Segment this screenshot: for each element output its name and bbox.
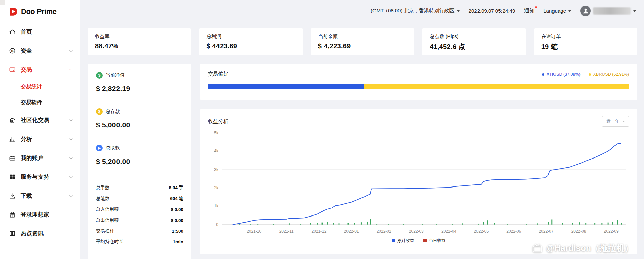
metric-label: 总取款 (106, 145, 120, 151)
chevron-down-icon (69, 156, 73, 159)
sidebar-item-label: 首页 (21, 28, 72, 36)
svg-text:3k: 3k (214, 167, 218, 172)
sidebar-item-label: 我的账户 (21, 154, 64, 162)
row-label: 总出信用额 (96, 217, 119, 223)
metric-total-withdrawals: ▶ 总取款 $ 5,200.00 (96, 145, 183, 166)
row-value: 1min (173, 239, 183, 244)
stat-label: 总利润 (206, 33, 295, 40)
svg-text:5k: 5k (214, 131, 218, 135)
chevron-down-icon (69, 194, 73, 197)
sidebar-item-funds[interactable]: $ 资金 (0, 41, 80, 60)
caret-down-icon (568, 10, 571, 12)
stat-value: 88.47% (95, 42, 184, 50)
sidebar-item-label: 资金 (21, 47, 64, 55)
sidebar-item-trade-statistics[interactable]: 交易统计 (0, 79, 80, 95)
account-icon (9, 155, 16, 161)
svg-text:2022-05: 2022-05 (474, 229, 489, 234)
metric-net-value: $ 当前净值 $ 2,822.19 (96, 72, 183, 93)
row-label: 平均持仓时长 (96, 239, 123, 245)
legend-item-xtiusd: XTIUSD (37.08%) (542, 72, 581, 77)
chevron-down-icon (69, 137, 73, 140)
metric-total-deposits: $ 总存款 $ 5,000.00 (96, 108, 183, 129)
content-row: $ 当前净值 $ 2,822.19 $ 总存款 $ 5,000.00 ▶ 总取款 (88, 64, 637, 259)
datetime-label: 2022.09.07 05:24:49 (469, 8, 515, 14)
svg-text:2022-01: 2022-01 (344, 229, 359, 234)
analytics-icon (9, 136, 16, 142)
legend-swatch (392, 239, 395, 242)
profit-line-chart: 01k2k3k4k5k2021-102021-112021-122022-012… (208, 130, 629, 237)
datetime: 2022.09.07 05:24:49 (469, 8, 515, 14)
legend-label: XTIUSD (37.08%) (547, 72, 581, 77)
stat-value: 19 笔 (541, 42, 630, 51)
svg-text:2021-11: 2021-11 (279, 229, 294, 234)
chevron-down-icon (69, 49, 73, 52)
stat-label: 在途订单 (541, 33, 630, 40)
preference-legend: XTIUSD (37.08%) XBRUSD (62.91%) (542, 72, 629, 77)
row-value: $ 0.00 (171, 207, 183, 212)
watermark-text: @Hardison（拖拉机） (546, 242, 633, 254)
legend-dot (542, 73, 544, 76)
sidebar-nav: 首页 $ 资金 交易 交易统计 交易软件 (0, 22, 80, 259)
row-label: 总入信用额 (96, 206, 119, 212)
sidebar-item-services-support[interactable]: 服务与支持 (0, 167, 80, 186)
row-label: 总笔数 (96, 196, 110, 202)
news-icon (9, 230, 16, 237)
download-icon (9, 193, 16, 199)
trade-icon (9, 66, 16, 73)
profit-analysis-panel: 收益分析 近一年 01k2k3k4k5k2021-102021-112021-1… (200, 109, 637, 254)
sidebar-item-community-trading[interactable]: 社区化交易 (0, 111, 80, 130)
legend-dot (589, 73, 591, 76)
row-value: $ 0.00 (171, 218, 183, 223)
caret-down-icon (633, 10, 636, 12)
funds-icon: $ (9, 48, 16, 54)
chevron-down-icon (69, 118, 73, 121)
stats-row: 收益率 88.47% 总利润 $ 4423.69 当前余额 $ 4,223.69… (88, 28, 637, 55)
sidebar-item-home[interactable]: 首页 (0, 22, 80, 41)
bar-segment-xbrusd (364, 84, 629, 89)
sidebar-item-label: 服务与支持 (21, 173, 64, 181)
panel-title: 收益分析 (208, 118, 228, 125)
user-menu[interactable] (580, 6, 636, 16)
timezone-selector[interactable]: (GMT +08:00) 北京，香港特别行政区 (371, 8, 460, 14)
sidebar-item-label: 下载 (21, 192, 64, 200)
deposit-coin-icon: $ (96, 108, 103, 115)
language-selector[interactable]: Language (543, 8, 571, 14)
svg-text:$: $ (11, 49, 14, 53)
notification-badge-dot (535, 6, 537, 8)
services-grid-icon (9, 174, 16, 180)
row-value: 1:500 (172, 229, 183, 234)
row-value: 604 笔 (170, 196, 183, 202)
sidebar-item-trade[interactable]: 交易 (0, 60, 80, 79)
metric-value: $ 2,822.19 (96, 85, 183, 93)
account-detail-table: 总手数 6.04 手 总笔数 604 笔 总入信用额 $ 0.00 总出信用额 … (96, 182, 183, 247)
table-row-total-lots: 总手数 6.04 手 (96, 182, 183, 193)
date-range-select[interactable]: 近一年 (602, 116, 629, 127)
preference-stacked-bar (208, 84, 629, 89)
home-icon (9, 29, 16, 35)
language-label: Language (543, 8, 566, 14)
username-redacted (593, 7, 631, 15)
withdrawal-coin-icon: ▶ (96, 145, 103, 151)
stat-label: 总点数 (Pips) (430, 33, 518, 40)
sidebar-item-download[interactable]: 下载 (0, 186, 80, 205)
metric-label: 当前净值 (106, 72, 125, 78)
table-row-leverage: 交易杠杆 1:500 (96, 226, 183, 236)
brand-logo[interactable]: Doo Prime (0, 0, 80, 22)
notifications-button[interactable]: 通知 (524, 8, 534, 14)
row-label: 交易杠杆 (96, 228, 114, 234)
sidebar-subitem-label: 交易统计 (21, 83, 42, 90)
sidebar-item-analysis[interactable]: 分析 (0, 130, 80, 148)
main-content: 收益率 88.47% 总利润 $ 4423.69 当前余额 $ 4,223.69… (80, 22, 644, 259)
chevron-down-icon (69, 175, 73, 178)
sidebar-item-trade-software[interactable]: 交易软件 (0, 95, 80, 111)
metric-value: $ 5,200.00 (96, 157, 183, 166)
sidebar-item-label: 交易 (21, 66, 64, 74)
sidebar-item-hot-news[interactable]: 热点资讯 (0, 224, 80, 243)
community-icon (9, 117, 16, 123)
sidebar-item-ideal-home[interactable]: 登录理想家 (0, 205, 80, 224)
sidebar-item-my-account[interactable]: 我的账户 (0, 148, 80, 167)
stat-card-open-orders: 在途订单 19 笔 (534, 28, 637, 55)
legend-label: XBRUSD (62.91%) (593, 72, 629, 77)
sidebar-item-label: 热点资讯 (21, 230, 72, 237)
panel-title: 交易偏好 (208, 71, 228, 77)
